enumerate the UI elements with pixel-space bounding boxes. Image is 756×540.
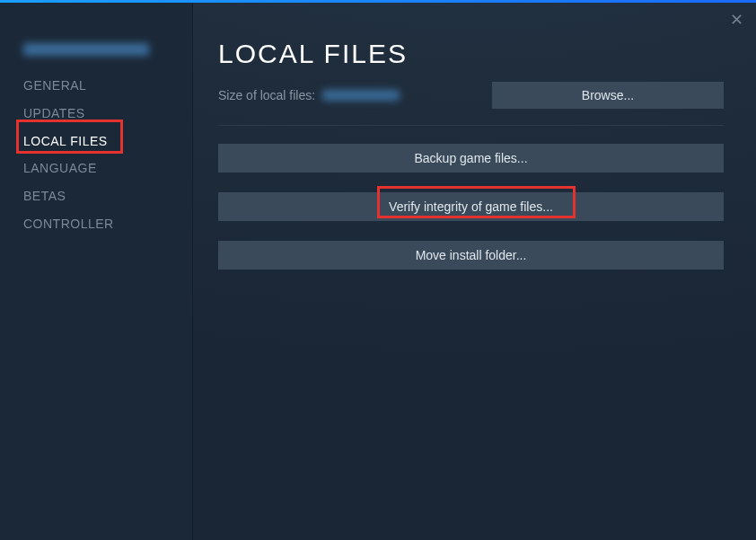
nav-item-controller[interactable]: CONTROLLER — [0, 210, 192, 238]
nav-item-general[interactable]: GENERAL — [0, 72, 192, 100]
action-buttons: Backup game files... Verify integrity of… — [218, 144, 724, 270]
size-label-text: Size of local files: — [218, 88, 315, 102]
properties-window: GENERAL UPDATES LOCAL FILES LANGUAGE BET… — [0, 3, 756, 540]
nav-item-updates[interactable]: UPDATES — [0, 100, 192, 128]
verify-button[interactable]: Verify integrity of game files... — [218, 192, 724, 221]
page-title: LOCAL FILES — [218, 39, 724, 69]
nav-item-betas[interactable]: BETAS — [0, 182, 192, 210]
size-row: Size of local files: Browse... — [218, 82, 724, 109]
nav-item-local-files[interactable]: LOCAL FILES — [0, 128, 192, 155]
sidebar: GENERAL UPDATES LOCAL FILES LANGUAGE BET… — [0, 3, 193, 540]
size-value-redacted — [322, 90, 400, 101]
move-folder-button[interactable]: Move install folder... — [218, 241, 724, 270]
close-icon[interactable]: ✕ — [730, 10, 743, 30]
nav-list: GENERAL UPDATES LOCAL FILES LANGUAGE BET… — [0, 72, 192, 238]
browse-button[interactable]: Browse... — [492, 82, 724, 109]
size-of-files-label: Size of local files: — [218, 88, 400, 102]
nav-item-language[interactable]: LANGUAGE — [0, 155, 192, 182]
main-panel: ✕ LOCAL FILES Size of local files: Brows… — [193, 3, 756, 540]
game-title-redacted — [23, 43, 149, 56]
section-divider — [218, 125, 724, 126]
backup-button[interactable]: Backup game files... — [218, 144, 724, 173]
